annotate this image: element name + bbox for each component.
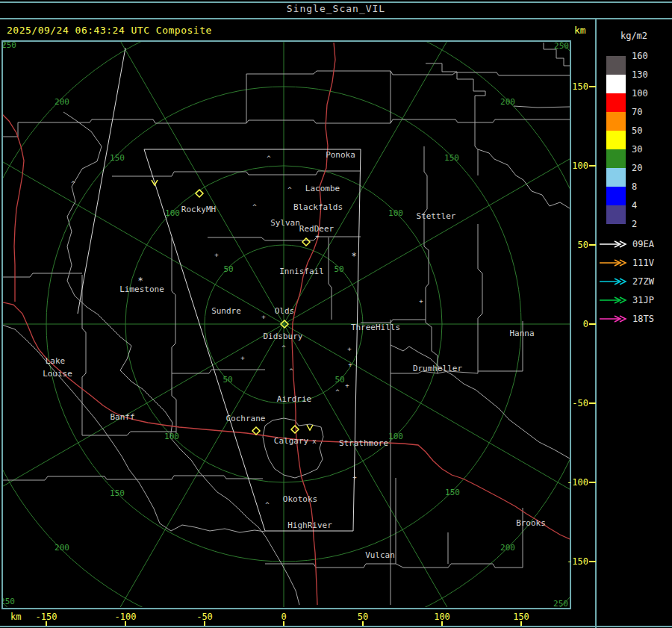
scale-value-label: 30 <box>632 144 662 155</box>
right-axis-label: 50 <box>559 240 588 250</box>
ring-distance-label: 250 <box>3 597 15 606</box>
color-scale <box>606 56 626 224</box>
radar-id-label: 27ZW <box>632 276 655 287</box>
scan-timestamp: 2025/09/24 06:43:24 UTC Composite <box>7 25 212 36</box>
town-marker: + <box>261 313 266 320</box>
scale-swatch <box>606 131 626 149</box>
bottom-axis-label: -150 <box>28 612 65 622</box>
city-label: Louise <box>43 369 72 379</box>
bottom-axis-label: 50 <box>344 612 382 622</box>
scale-value-label: 20 <box>632 163 662 173</box>
city-label: Lake <box>46 356 66 366</box>
city-label: Cochrane <box>226 414 266 423</box>
town-marker: + <box>345 382 349 389</box>
city-label: ThreeHills <box>351 323 400 332</box>
bottom-axis-label: -50 <box>186 612 223 622</box>
city-label: Lacombe <box>305 184 340 193</box>
town-marker: ^ <box>289 367 293 375</box>
town-marker: + <box>347 345 352 352</box>
bottom-axis-label: 100 <box>423 612 461 622</box>
county-boundary <box>3 476 263 480</box>
ring-distance-label: 50 <box>223 375 232 385</box>
ring-distance-label: 150 <box>444 153 459 163</box>
ring-distance-label: 50 <box>335 375 344 385</box>
city-label: Ponoka <box>326 150 355 160</box>
radar-coverage-edge <box>78 48 125 314</box>
scale-swatch <box>606 149 626 168</box>
city-label: Vulcan <box>365 550 395 560</box>
right-axis-tick <box>589 402 596 404</box>
county-boundary <box>391 345 570 458</box>
radar-id-label: 09EA <box>632 239 655 249</box>
town-marker: * <box>137 276 143 286</box>
city-label: Didsbury <box>264 332 303 341</box>
county-boundary <box>478 224 482 373</box>
right-axis-label: -150 <box>559 556 588 567</box>
county-boundary <box>3 119 570 137</box>
right-axis-label: 100 <box>559 161 588 171</box>
town-marker: * <box>351 251 356 261</box>
city-label: Calgary <box>274 436 309 446</box>
scale-value-label: 100 <box>632 88 662 99</box>
radar-app-window: Single_Scan_VIL 2025/09/24 06:43:24 UTC … <box>0 0 672 628</box>
scale-value-label: 8 <box>632 181 662 192</box>
city-label: HighRiver <box>287 520 332 530</box>
ring-distance-label: 200 <box>55 543 69 553</box>
chevron-down-marker <box>307 425 313 430</box>
right-axis-tick <box>589 244 596 246</box>
county-boundary <box>329 237 332 320</box>
radar-site-legend: 09EA111V27ZW31JP18TS <box>597 239 672 332</box>
county-boundary <box>478 149 570 208</box>
city-label: Brooks <box>516 518 546 528</box>
city-label: Banff <box>110 412 134 422</box>
city-label: RockyMH <box>181 205 216 214</box>
ring-distance-label: 250 <box>553 599 568 607</box>
scale-value-label: 130 <box>632 69 662 80</box>
scale-swatch <box>606 93 626 112</box>
town-marker: + <box>352 473 357 481</box>
city-label: Sylvan <box>270 218 300 228</box>
city-label: Okotoks <box>283 494 317 504</box>
ring-distance-label: 150 <box>110 488 125 498</box>
ring-distance-label: 150 <box>445 488 460 497</box>
county-boundary <box>246 71 570 75</box>
bottom-axis-label: 0 <box>265 612 302 622</box>
town-marker: x <box>312 438 317 445</box>
ring-distance-label: 100 <box>388 432 403 441</box>
scale-value-label: 2 <box>632 219 662 229</box>
radar-id-label: 111V <box>632 258 654 268</box>
ring-distance-label: 200 <box>55 97 69 107</box>
ring-distance-label: 200 <box>500 97 515 107</box>
scale-swatch <box>606 112 626 131</box>
ring-distance-label: 100 <box>388 208 403 218</box>
radar-map-canvas[interactable]: 5050505010010010010015015015015020020020… <box>3 42 570 607</box>
town-marker: + <box>348 361 352 368</box>
scale-value-label: 70 <box>632 107 662 117</box>
county-boundary <box>172 370 265 373</box>
right-axis-tick <box>589 323 596 325</box>
window-title: Single_Scan_VIL <box>0 3 672 18</box>
town-marker: ^ <box>287 186 292 193</box>
scale-swatch <box>606 187 626 205</box>
bottom-axis-label: 150 <box>503 612 540 622</box>
right-axis-label: -50 <box>559 398 588 408</box>
radar-site-marker <box>196 190 203 197</box>
town-marker: ^ <box>252 203 257 211</box>
county-boundary <box>172 237 176 433</box>
ring-distance-label: 250 <box>554 42 569 51</box>
ring-distance-label: 150 <box>110 153 125 163</box>
info-bar: 2025/09/24 06:43:24 UTC Composite <box>0 20 594 41</box>
highway <box>3 112 24 302</box>
legend-panel: kg/m2 09EA111V27ZW31JP18TS 1601301007050… <box>595 19 672 628</box>
town-marker: ^ <box>267 155 271 162</box>
right-axis-unit: km <box>574 25 586 36</box>
scale-swatch <box>606 168 626 187</box>
county-boundary <box>514 106 570 108</box>
town-marker: ^ <box>335 388 340 396</box>
right-axis-tick <box>589 482 596 483</box>
right-axis-tick <box>589 561 596 562</box>
radar-site-marker <box>302 238 310 246</box>
county-boundary <box>424 146 438 373</box>
town-marker: ^ <box>265 501 270 509</box>
ring-distance-label: 50 <box>223 264 233 274</box>
